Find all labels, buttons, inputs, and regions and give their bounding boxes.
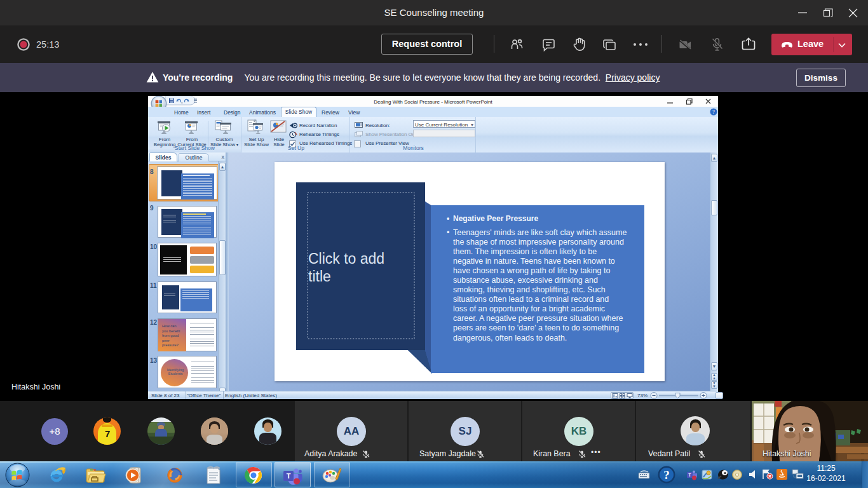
svg-text:?: ? bbox=[712, 109, 715, 115]
svg-text:T: T bbox=[287, 472, 291, 480]
svg-text:?: ? bbox=[663, 468, 670, 482]
svg-text:T: T bbox=[688, 473, 691, 477]
